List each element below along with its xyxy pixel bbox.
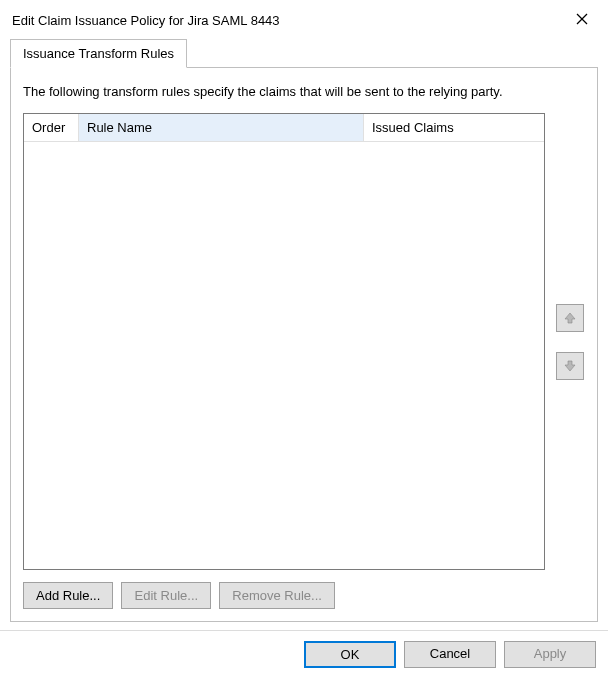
ok-button[interactable]: OK — [304, 641, 396, 668]
column-issued-claims[interactable]: Issued Claims — [364, 114, 544, 141]
column-order[interactable]: Order — [24, 114, 79, 141]
rules-list-body[interactable] — [24, 142, 544, 569]
title-bar: Edit Claim Issuance Policy for Jira SAML… — [0, 0, 608, 38]
arrow-down-icon — [563, 359, 577, 373]
close-icon — [576, 13, 588, 25]
move-up-button[interactable] — [556, 304, 584, 332]
column-rule-name[interactable]: Rule Name — [79, 114, 364, 141]
window-title: Edit Claim Issuance Policy for Jira SAML… — [12, 13, 280, 28]
remove-rule-button[interactable]: Remove Rule... — [219, 582, 335, 609]
arrow-up-icon — [563, 311, 577, 325]
apply-button[interactable]: Apply — [504, 641, 596, 668]
add-rule-button[interactable]: Add Rule... — [23, 582, 113, 609]
description-text: The following transform rules specify th… — [23, 84, 585, 99]
close-button[interactable] — [570, 10, 594, 30]
tab-strip: Issuance Transform Rules — [10, 38, 598, 67]
edit-rule-button[interactable]: Edit Rule... — [121, 582, 211, 609]
cancel-button[interactable]: Cancel — [404, 641, 496, 668]
move-down-button[interactable] — [556, 352, 584, 380]
tab-issuance-transform-rules[interactable]: Issuance Transform Rules — [10, 39, 187, 68]
rules-list[interactable]: Order Rule Name Issued Claims — [23, 113, 545, 570]
rules-list-header: Order Rule Name Issued Claims — [24, 114, 544, 142]
dialog-button-row: OK Cancel Apply — [0, 630, 608, 678]
tab-panel: The following transform rules specify th… — [10, 67, 598, 622]
